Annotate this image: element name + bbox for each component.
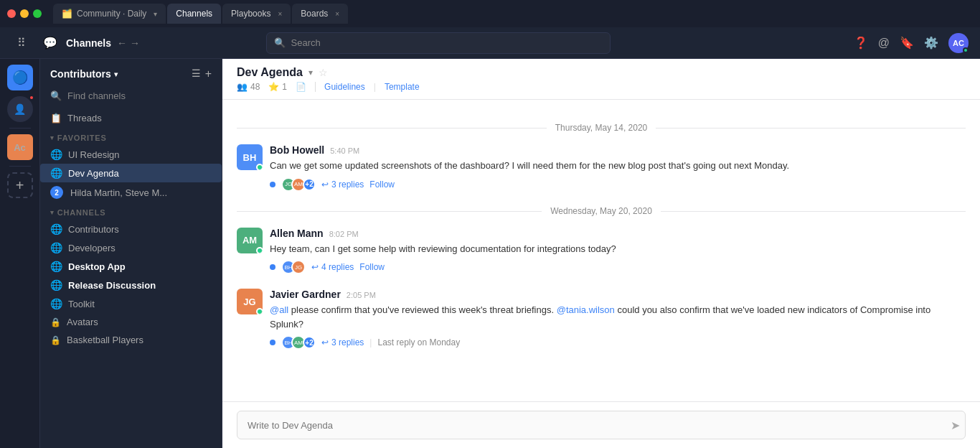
sidebar-item-contributors[interactable]: 🌐 Contributors (40, 220, 222, 238)
replies-link-3[interactable]: ↩ 3 replies (321, 337, 364, 347)
replies-link-1[interactable]: ↩ 3 replies (321, 179, 364, 190)
sidebar-item-toolkit[interactable]: 🌐 Toolkit (40, 294, 222, 313)
workspace-chevron: ▾ (114, 70, 118, 78)
msg-text-3: @all please confirm that you've reviewed… (270, 303, 966, 331)
channel-globe-icon6: 🌐 (50, 279, 62, 291)
stars-meta: ⭐ 1 (268, 82, 287, 92)
channel-header: Dev Agenda ▾ ☆ 👥 48 ⭐ 1 📄 Guidelines | (222, 59, 980, 100)
tab-boards[interactable]: Boards × (292, 4, 348, 24)
nav-forward[interactable]: → (130, 37, 140, 49)
sidebar-icon-profile[interactable]: 👤 (7, 96, 33, 122)
channel-star-icon[interactable]: ☆ (319, 67, 328, 78)
sidebar-item-label: Desktop App (68, 261, 126, 272)
sidebar-divider2 (9, 166, 31, 167)
maximize-button[interactable] (33, 9, 42, 18)
reply-count-badge-3: +2 (303, 336, 316, 349)
sidebar-item-release-discussion[interactable]: 🌐 Release Discussion (40, 276, 222, 294)
mention-all[interactable]: @all (270, 304, 288, 315)
sidebar-item-label: Basketball Players (67, 335, 143, 345)
help-icon[interactable]: ❓ (854, 36, 868, 50)
sidebar-item-label: UI Redesign (68, 149, 120, 160)
tab-playbooks[interactable]: Playbooks × (222, 4, 291, 24)
channel-globe-icon: 🌐 (50, 149, 62, 160)
section-channels-label[interactable]: ▾ CHANNELS (40, 202, 222, 220)
sidebar-item-developers[interactable]: 🌐 Developers (40, 238, 222, 257)
mention-tania[interactable]: @tania.wilson (557, 304, 615, 315)
msg-actions-3: BH AM +2 ↩ 3 replies | Last reply on Mon… (270, 335, 966, 350)
sidebar-item-label: Hilda Martin, Steve M... (70, 187, 167, 198)
sidebar-item-avatars[interactable]: 🔒 Avatars (40, 313, 222, 331)
template-link[interactable]: Template (385, 82, 420, 92)
reply-avatar-d: JG (291, 260, 306, 274)
workspace-name[interactable]: Contributors ▾ (50, 68, 118, 80)
follow-btn-1[interactable]: Follow (369, 178, 395, 191)
messages-area[interactable]: Thursday, May 14, 2020 BH Bob Howell 5:4… (222, 100, 980, 401)
channel-globe-icon4: 🌐 (50, 242, 62, 253)
follow-btn-2[interactable]: Follow (359, 261, 385, 274)
minimize-button[interactable] (20, 9, 29, 18)
channel-name-row: Dev Agenda ▾ ☆ (237, 66, 966, 79)
message-input[interactable] (237, 411, 966, 439)
date-label-2: Wednesday, May 20, 2020 (542, 206, 661, 216)
msg-time-2: 8:02 PM (329, 230, 359, 238)
sidebar-icon-app[interactable]: 🔵 (7, 65, 33, 90)
add-channel-icon[interactable]: + (205, 67, 212, 80)
thread-dot-1 (270, 182, 275, 187)
nav-back[interactable]: ← (117, 37, 127, 49)
user-avatar[interactable]: AC (948, 33, 969, 53)
titlebar: 🗂️ Community · Daily ▾ Channels Playbook… (0, 0, 980, 27)
msg-author-3: Javier Gardner (270, 289, 341, 300)
sidebar-item-ui-redesign[interactable]: 🌐 UI Redesign (40, 145, 222, 164)
search-placeholder: Search (291, 37, 321, 48)
channel-dropdown-icon[interactable]: ▾ (308, 67, 313, 78)
sidebar-icon-ac[interactable]: Ac (7, 134, 33, 160)
sidebar-item-basketball-players[interactable]: 🔒 Basketball Players (40, 331, 222, 349)
app-tab[interactable]: 🗂️ Community · Daily ▾ (53, 4, 166, 24)
search-bar[interactable]: 🔍 Search (266, 32, 611, 54)
msg-avatar-1: BH (237, 144, 263, 170)
tab-playbooks-close[interactable]: × (278, 10, 282, 18)
send-button[interactable]: ➤ (951, 419, 960, 432)
guidelines-link[interactable]: Guidelines (324, 82, 365, 92)
reply-icon-3: ↩ (321, 337, 329, 347)
sidebar-item-dev-agenda[interactable]: 🌐 Dev Agenda (40, 164, 222, 182)
tab-boards-close[interactable]: × (335, 10, 339, 18)
sidebar-item-label: Developers (68, 243, 116, 253)
msg-text-part1: please confirm that you've reviewed this… (291, 304, 557, 315)
reply-separator: | (369, 337, 372, 347)
msg-actions-1: JG AM +2 ↩ 3 replies Follow (270, 177, 966, 192)
sidebar-nav-threads[interactable]: 📋 Threads (40, 108, 222, 128)
tab-icon: 🗂️ (62, 9, 72, 19)
msg-body-1: Bob Howell 5:40 PM Can we get some updat… (270, 144, 966, 192)
channel-globe-icon7: 🌐 (50, 298, 62, 309)
tab-boards-label: Boards (301, 9, 328, 19)
section-favorites-label[interactable]: ▾ FAVORITES (40, 128, 222, 145)
channel-globe-icon5: 🌐 (50, 261, 62, 272)
close-button[interactable] (7, 9, 16, 18)
sidebar-item-desktop-app[interactable]: 🌐 Desktop App (40, 257, 222, 276)
channels-chevron: ▾ (50, 209, 55, 216)
replies-link-2[interactable]: ↩ 4 replies (311, 262, 354, 272)
settings-icon[interactable]: ⚙️ (924, 36, 938, 50)
sidebar-item-label: Release Discussion (68, 280, 156, 291)
online-indicator-2 (256, 247, 263, 253)
meta-divider (315, 82, 316, 92)
apps-grid-icon[interactable]: ⠿ (11, 33, 32, 53)
thread-dot-2 (270, 264, 275, 270)
filter-icon[interactable]: ☰ (192, 67, 201, 80)
add-workspace-button[interactable]: + (7, 172, 33, 198)
members-meta: 👥 48 (237, 82, 260, 92)
reply-avatars-1: JG AM +2 (281, 177, 316, 192)
bookmark-icon[interactable]: 🔖 (900, 36, 914, 50)
message-1: BH Bob Howell 5:40 PM Can we get some up… (237, 144, 966, 192)
tab-channels[interactable]: Channels (167, 4, 221, 24)
online-indicator (963, 47, 969, 53)
msg-avatar-2: AM (237, 228, 263, 253)
reply-icon-2: ↩ (311, 262, 319, 272)
mention-icon[interactable]: @ (878, 37, 890, 50)
sidebar-item-hilda-martin[interactable]: 2 Hilda Martin, Steve M... (40, 182, 222, 202)
find-channels-label: Find channels (67, 90, 126, 101)
find-channels[interactable]: 🔍 Find channels (40, 86, 222, 108)
main-content: Dev Agenda ▾ ☆ 👥 48 ⭐ 1 📄 Guidelines | (222, 59, 980, 448)
channel-meta: 👥 48 ⭐ 1 📄 Guidelines | Template (237, 82, 966, 92)
